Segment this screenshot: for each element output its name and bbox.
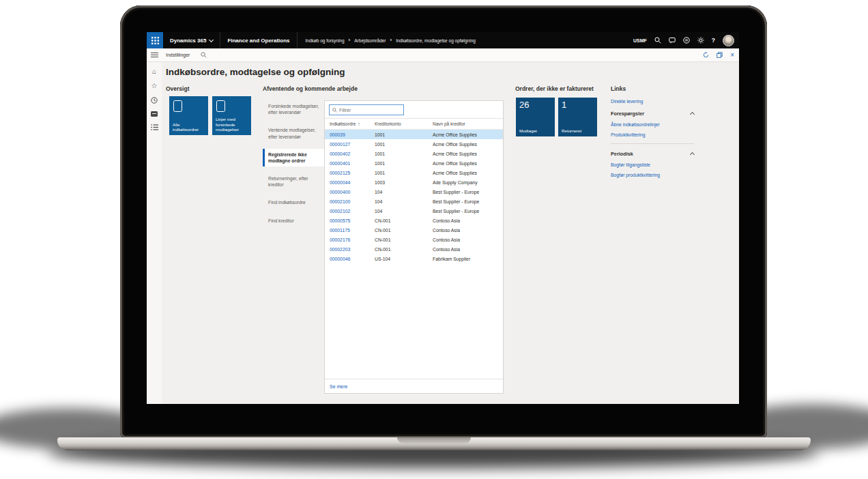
clock-icon[interactable] — [151, 97, 158, 104]
links-title: Links — [611, 85, 694, 92]
purchase-order-link[interactable]: 00000575 — [325, 218, 375, 223]
column-header-vendor-account[interactable]: Kreditorkonto — [375, 121, 433, 126]
links-group-periodic[interactable]: Periodisk — [611, 151, 694, 157]
filter-box — [329, 104, 404, 115]
purchase-order-link[interactable]: 00002176 — [325, 237, 375, 242]
tile-received-count[interactable]: 26 Modtaget — [516, 98, 555, 136]
purchase-order-link[interactable]: 00000127 — [325, 142, 375, 147]
table-row[interactable]: 00002203 CN-001 Contoso Asia — [325, 244, 503, 254]
purchase-order-link[interactable]: 00000046 — [325, 257, 375, 261]
vendor-name-cell: Contoso Asia — [433, 237, 503, 242]
table-row[interactable]: 00002176 CN-001 Contoso Asia — [325, 235, 503, 244]
document-icon — [216, 100, 225, 112]
table-row[interactable]: 00000575 CN-001 Contoso Asia — [325, 216, 503, 225]
message-icon[interactable] — [669, 37, 676, 44]
purchase-order-link[interactable]: 00000044 — [325, 180, 375, 185]
hamburger-icon[interactable] — [151, 53, 158, 58]
company-selector[interactable]: USMF — [633, 38, 647, 43]
purchase-order-link[interactable]: 00002203 — [325, 247, 375, 252]
purchase-order-link[interactable]: 000039 — [325, 132, 375, 137]
purchase-order-link[interactable]: 00002102 — [325, 209, 375, 214]
app-name[interactable]: Finance and Operations — [220, 32, 297, 48]
chevron-down-icon — [209, 37, 214, 42]
app-top-bar: Dynamics 365 Finance and Operations Indk… — [147, 32, 739, 48]
link-open-po-lines[interactable]: Åbne indkøbsordrelinjer — [611, 122, 694, 127]
purchase-order-link[interactable]: 00002125 — [325, 171, 375, 175]
app-launcher-button[interactable] — [147, 32, 163, 48]
help-button[interactable]: ? — [712, 37, 715, 44]
star-icon[interactable]: ☆ — [151, 83, 158, 89]
column-header-purchase-order[interactable]: Indkøbsordre↑ — [325, 121, 375, 126]
table-row[interactable]: 00002100 104 Best Supplier - Europe — [325, 197, 503, 206]
vendor-name-cell: Best Supplier - Europe — [433, 199, 503, 204]
table-row[interactable]: 00002102 104 Best Supplier - Europe — [325, 206, 503, 216]
menu-item[interactable]: Find indkøbsordre — [263, 197, 324, 208]
purchase-order-link[interactable]: 00001175 — [325, 228, 375, 233]
breadcrumb-workspaces[interactable]: Arbejdsområder — [354, 38, 386, 43]
column-header-vendor-name[interactable]: Navn på kreditor — [433, 121, 503, 126]
link-post-product-receipt[interactable]: Bogfør produktkvittering — [611, 173, 694, 177]
menu-item[interactable]: Registrerede ikke modtagne ordrer — [263, 149, 324, 166]
see-more-link[interactable]: Se mere — [330, 384, 347, 389]
workspaces-icon[interactable] — [151, 111, 158, 117]
table-row[interactable]: 00000401 1001 Acme Office Supplies — [325, 158, 503, 168]
action-search-icon[interactable] — [201, 52, 207, 58]
restore-window-icon[interactable] — [717, 52, 723, 58]
help-circle-icon[interactable] — [683, 37, 690, 44]
laptop-base — [57, 437, 811, 450]
menu-item[interactable]: Forsinkede modtagelser, efter leverandør — [263, 100, 324, 118]
settings-menu-button[interactable]: Indstillinger — [166, 53, 190, 57]
menu-item[interactable]: Ventende modtagelser, efter leverandør — [263, 124, 324, 142]
menu-item-label: Returneringer, efter kreditor — [268, 176, 308, 187]
table-row[interactable]: 000039 1001 Acme Office Supplies — [325, 130, 503, 139]
vendor-account-cell: 104 — [375, 209, 433, 214]
vendor-account-cell: 104 — [375, 199, 433, 204]
refresh-icon[interactable] — [703, 52, 709, 58]
vendor-name-cell: Acme Office Supplies — [433, 161, 503, 166]
vendor-account-cell: 104 — [375, 190, 433, 194]
user-avatar[interactable] — [723, 35, 734, 46]
tile-returned-count[interactable]: 1 Returneret — [558, 98, 597, 136]
orders-grid: Indkøbsordre↑ Kreditorkonto Navn på kred… — [325, 118, 503, 379]
purchase-order-link[interactable]: 00002100 — [325, 199, 375, 204]
link-direct-delivery[interactable]: Direkte levering — [611, 99, 694, 104]
product-name: Dynamics 365 — [170, 38, 206, 44]
vendor-name-cell: Best Supplier - Europe — [433, 209, 503, 214]
links-divider — [611, 143, 694, 144]
breadcrumb-current-page[interactable]: Indkøbsordre, modtagelse og opfølgning — [396, 38, 476, 43]
link-post-receipts-list[interactable]: Bogfør tilgangsliste — [611, 162, 694, 167]
home-icon[interactable]: ⌂ — [152, 68, 156, 75]
table-row[interactable]: 00000400 104 Best Supplier - Europe — [325, 187, 503, 197]
table-row[interactable]: 00000402 1001 Acme Office Supplies — [325, 149, 503, 158]
purchase-order-link[interactable]: 00000401 — [325, 161, 375, 166]
links-panel: Links Direkte levering Forespørgsler Åbn… — [611, 85, 694, 183]
table-row[interactable]: 00002125 1001 Acme Office Supplies — [325, 168, 503, 177]
close-icon[interactable]: × — [730, 52, 734, 59]
link-product-receipt[interactable]: Produktkvittering — [611, 132, 694, 137]
modules-list-icon[interactable] — [151, 124, 158, 130]
section-title-pending-work: Afventende og kommende arbejde — [263, 85, 358, 92]
links-group-inquiries[interactable]: Forespørgsler — [611, 111, 694, 117]
purchase-order-link[interactable]: 00000400 — [325, 190, 375, 194]
filter-input[interactable] — [339, 108, 401, 113]
tile-all-purchase-orders[interactable]: Alle indkøbsordrer — [169, 96, 208, 135]
breadcrumb-module[interactable]: Indkøb og forsyning — [306, 38, 345, 43]
gear-icon[interactable] — [697, 37, 704, 44]
card-footer: Se mere — [325, 379, 503, 393]
vendor-name-cell: Contoso Asia — [433, 228, 503, 233]
search-icon[interactable] — [654, 37, 661, 44]
tile-delayed-receipt-lines[interactable]: Linjer med forsinkede modtagelser — [212, 96, 251, 135]
table-row[interactable]: 00000127 1001 Acme Office Supplies — [325, 139, 503, 149]
menu-item-label: Forsinkede modtagelser, efter leverandør — [268, 104, 319, 115]
menu-item[interactable]: Find kreditor — [263, 215, 324, 227]
table-row[interactable]: 00001175 CN-001 Contoso Asia — [325, 225, 503, 235]
menu-item[interactable]: Returneringer, efter kreditor — [263, 173, 324, 190]
table-row[interactable]: 00000044 1003 Ade Supply Company — [325, 177, 503, 187]
vendor-account-cell: 1001 — [375, 171, 433, 175]
tile-label: Modtaget — [519, 128, 553, 134]
tile-label: Returneret — [562, 128, 596, 134]
purchase-order-link[interactable]: 00000402 — [325, 151, 375, 156]
product-switcher[interactable]: Dynamics 365 — [163, 32, 220, 48]
vendor-name-cell: Acme Office Supplies — [433, 171, 503, 175]
table-row[interactable]: 00000046 US-104 Fabrikam Supplier — [325, 254, 503, 263]
